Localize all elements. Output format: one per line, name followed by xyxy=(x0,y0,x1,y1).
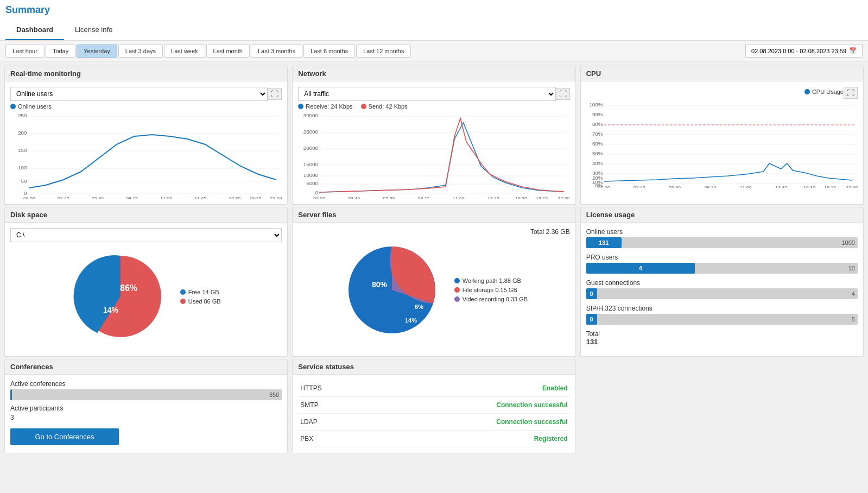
working-path-legend: Working path 1.88 GB xyxy=(454,277,528,284)
disk-select[interactable]: C:\ xyxy=(10,228,282,242)
go-to-conferences-button[interactable]: Go to Conferences xyxy=(10,428,119,445)
cpu-panel: CPU CPU Usage ⛶ 100% 90% 80% 70% xyxy=(580,66,864,205)
pro-users-max: 10 xyxy=(848,265,855,271)
filter-last-month[interactable]: Last month xyxy=(206,45,250,58)
filter-last-12-months[interactable]: Last 12 months xyxy=(356,45,411,58)
calendar-icon: 📅 xyxy=(849,47,857,54)
disk-legend: Free 14 GB Used 86 GB xyxy=(180,289,221,305)
svg-text:16:30: 16:30 xyxy=(803,185,815,188)
svg-text:80%: 80% xyxy=(592,121,603,127)
server-files-title: Server files xyxy=(293,207,575,223)
network-expand-button[interactable]: ⛶ xyxy=(556,88,570,100)
service-statuses-panel: Service statuses HTTPS Enabled SMTP Conn… xyxy=(292,359,575,453)
disk-used-legend: Used 86 GB xyxy=(180,298,221,305)
service-statuses-body: HTTPS Enabled SMTP Connection successful… xyxy=(293,375,575,453)
filter-yesterday[interactable]: Yesterday xyxy=(77,45,117,58)
realtime-expand-button[interactable]: ⛶ xyxy=(268,88,282,100)
pro-users-label: PRO users xyxy=(586,254,858,261)
filter-last-6-months[interactable]: Last 6 months xyxy=(303,45,355,58)
sip-value: 0 xyxy=(590,316,593,323)
realtime-title: Real-time monitoring xyxy=(5,66,287,81)
filter-last-hour[interactable]: Last hour xyxy=(5,45,45,58)
network-title: Network xyxy=(293,66,575,81)
license-total-section: Total 131 xyxy=(586,330,858,346)
disk-used-label: Used 86 GB xyxy=(188,298,221,305)
realtime-svg: 250 200 150 100 50 0 00:00 xyxy=(10,112,282,199)
service-table: HTTPS Enabled SMTP Connection successful… xyxy=(298,380,569,447)
pro-users-value: 4 xyxy=(639,265,642,271)
network-select[interactable]: All traffic xyxy=(298,87,555,101)
filter-last-3-days[interactable]: Last 3 days xyxy=(118,45,163,58)
svg-text:11:00: 11:00 xyxy=(739,185,751,188)
cpu-title: CPU xyxy=(581,66,863,81)
guest-connections-max: 4 xyxy=(852,290,855,297)
active-participants-value: 3 xyxy=(10,414,282,421)
server-files-pie: 80% 6% 14% xyxy=(340,238,443,342)
disk-body: C:\ 86% 14% Free 14 GB xyxy=(5,223,287,356)
used-dot xyxy=(180,299,186,304)
active-participants-row: Active participants 3 xyxy=(10,404,282,421)
online-users-label: Online users xyxy=(586,228,858,236)
realtime-chart: 250 200 150 100 50 0 00:00 xyxy=(10,112,282,199)
filter-last-3-months[interactable]: Last 3 months xyxy=(251,45,302,58)
svg-text:02:45: 02:45 xyxy=(349,195,360,199)
send-dot xyxy=(361,104,366,109)
svg-text:80%: 80% xyxy=(372,280,388,289)
network-chart: 30000 25000 20000 15000 10000 5000 0 xyxy=(298,112,569,199)
svg-text:70%: 70% xyxy=(592,131,603,137)
network-panel: Network All traffic ⛶ Receive: 24 Kbps S… xyxy=(292,66,575,205)
filter-last-week[interactable]: Last week xyxy=(164,45,205,58)
tabs-bar: Dashboard License info xyxy=(0,20,868,41)
file-storage-label: File storage 0.15 GB xyxy=(462,287,517,293)
realtime-select[interactable]: Online users xyxy=(10,87,268,101)
svg-text:05:30: 05:30 xyxy=(383,195,395,199)
video-recording-legend: Video recording 0.33 GB xyxy=(454,296,528,302)
active-confs-bar-fill xyxy=(10,389,12,400)
sip-bar-fill: 0 xyxy=(586,314,597,325)
service-ldap-row: LDAP Connection successful xyxy=(298,414,569,431)
disk-panel: Disk space C:\ 86% 14% xyxy=(4,207,288,357)
cpu-svg: 100% 90% 80% 70% 60% 50% 40% 30% 20% 10%… xyxy=(586,101,858,188)
svg-text:14%: 14% xyxy=(405,317,417,324)
svg-text:20000: 20000 xyxy=(303,145,318,151)
date-range-picker[interactable]: 02.08.2023 0:00 - 02.08.2023 23:59 📅 xyxy=(745,44,863,58)
service-pbx-row: PBX Registered xyxy=(298,431,569,447)
tab-dashboard[interactable]: Dashboard xyxy=(5,20,64,40)
conferences-title: Conferences xyxy=(5,359,287,375)
svg-text:05:30: 05:30 xyxy=(92,195,104,199)
svg-text:30000: 30000 xyxy=(303,112,318,118)
sip-bar-bg: 0 5 xyxy=(586,314,858,325)
free-dot xyxy=(180,289,186,295)
ldap-status: Connection successful xyxy=(367,414,569,431)
ldap-name: LDAP xyxy=(298,414,367,431)
file-storage-legend: File storage 0.15 GB xyxy=(454,287,528,293)
pro-users-row: PRO users 4 10 xyxy=(586,254,858,274)
realtime-panel: Real-time monitoring Online users ⛶ Onli… xyxy=(4,66,288,205)
server-files-panel: Server files Total 2.36 GB xyxy=(292,207,575,357)
cpu-dot xyxy=(804,89,810,94)
cpu-expand-button[interactable]: ⛶ xyxy=(844,87,858,99)
license-total-value: 131 xyxy=(586,338,858,346)
license-usage-title: License usage xyxy=(581,207,863,223)
cpu-legend: CPU Usage xyxy=(804,89,844,95)
license-usage-panel: License usage Online users 131 1000 PRO … xyxy=(580,207,864,357)
https-status: Enabled xyxy=(367,380,569,397)
online-users-max: 1000 xyxy=(842,239,855,246)
svg-text:14%: 14% xyxy=(103,306,119,314)
svg-text:02:45: 02:45 xyxy=(58,195,69,199)
disk-free-legend: Free 14 GB xyxy=(180,289,221,295)
conferences-panel: Conferences Active conferences 350 Activ… xyxy=(4,359,288,453)
filter-today[interactable]: Today xyxy=(46,45,75,58)
svg-text:19:15: 19:15 xyxy=(536,195,548,199)
svg-text:22:00: 22:00 xyxy=(558,195,570,199)
online-users-row: Online users 131 1000 xyxy=(586,228,858,248)
svg-text:08:15: 08:15 xyxy=(126,195,138,199)
online-users-bar-fill: 131 xyxy=(586,237,622,248)
realtime-controls: Online users ⛶ xyxy=(10,87,282,101)
guest-connections-row: Guest connections 0 4 xyxy=(586,279,858,299)
license-usage-body: Online users 131 1000 PRO users 4 10 xyxy=(581,223,863,351)
online-users-bar-bg: 131 1000 xyxy=(586,237,858,248)
license-total-label: Total xyxy=(586,330,858,338)
tab-license-info[interactable]: License info xyxy=(64,20,123,40)
svg-text:40%: 40% xyxy=(592,160,603,166)
